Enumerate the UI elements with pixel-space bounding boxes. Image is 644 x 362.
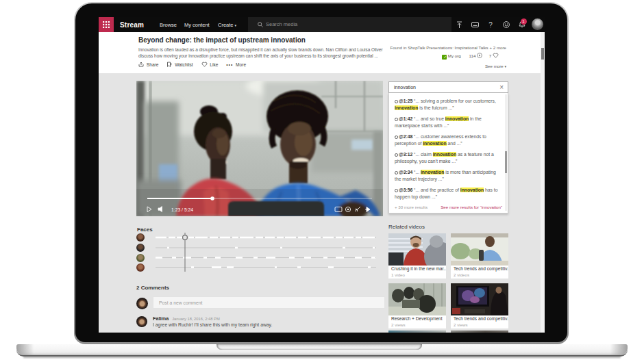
- svg-text:?: ?: [488, 21, 493, 29]
- svg-text:1:23 / 5:24: 1:23 / 5:24: [171, 207, 193, 212]
